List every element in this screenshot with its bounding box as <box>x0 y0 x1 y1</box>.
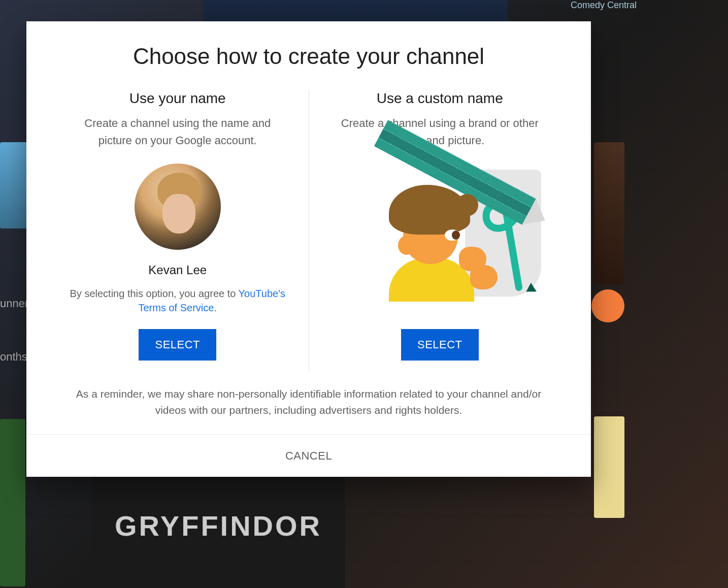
option-heading: Use a custom name <box>377 90 503 107</box>
create-channel-modal: Choose how to create your channel Use yo… <box>26 21 591 477</box>
cancel-button[interactable]: CANCEL <box>285 449 332 463</box>
option-use-custom-name: Use a custom name Create a channel using… <box>309 90 571 373</box>
backdrop-thumb <box>0 419 25 586</box>
backdrop-thumb <box>0 142 30 228</box>
terms-agreement-text: By selecting this option, you agree to Y… <box>67 286 288 315</box>
kid-hair-icon <box>389 185 470 235</box>
kid-hand-icon <box>470 265 498 289</box>
option-description: Create a channel using a brand or other … <box>329 115 551 149</box>
backdrop-thumb <box>594 416 624 518</box>
select-custom-name-button[interactable]: SELECT <box>401 329 479 361</box>
option-use-your-name: Use your name Create a channel using the… <box>47 90 309 373</box>
custom-name-illustration <box>338 170 541 302</box>
terms-prefix: By selecting this option, you agree to <box>70 288 239 299</box>
backdrop-thumb <box>594 142 624 284</box>
option-heading: Use your name <box>129 90 226 107</box>
backdrop-avatar <box>591 289 624 322</box>
user-display-name: Kevan Lee <box>148 263 207 277</box>
backdrop-thumb-gryffindor: GRYFFINDOR <box>91 462 345 588</box>
backdrop-text: onths <box>0 350 27 364</box>
backdrop-text: Comedy Central <box>571 0 637 11</box>
privacy-reminder-text: As a reminder, we may share non-personal… <box>26 373 591 418</box>
option-description: Create a channel using the name and pict… <box>67 115 288 149</box>
modal-footer: CANCEL <box>26 434 591 477</box>
kid-eye-icon <box>445 230 460 241</box>
modal-title: Choose how to create your channel <box>26 21 591 90</box>
user-avatar <box>135 164 221 250</box>
backdrop-text: unner <box>0 297 28 310</box>
channel-options: Use your name Create a channel using the… <box>26 90 591 373</box>
terms-suffix: . <box>214 302 217 313</box>
select-use-name-button[interactable]: SELECT <box>139 329 216 361</box>
